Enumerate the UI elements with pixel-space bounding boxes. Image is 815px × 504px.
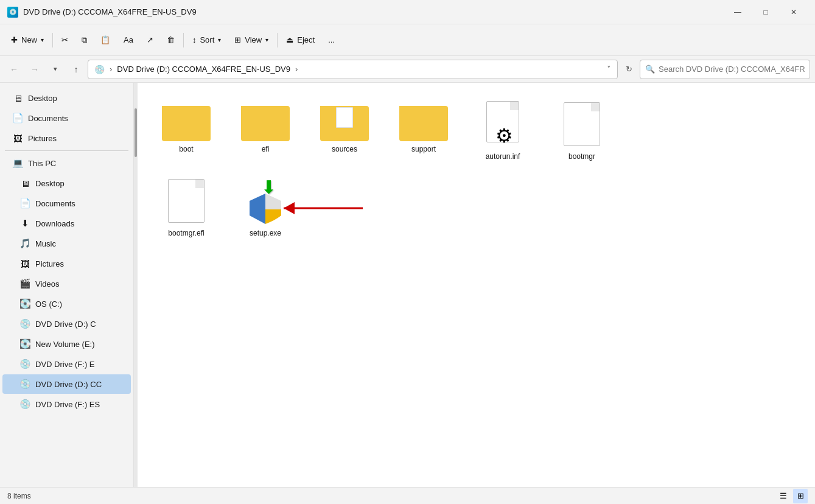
sort-button[interactable]: ↕ Sort ▾: [186, 29, 227, 51]
second-row: bootmgr.efi: [150, 172, 803, 242]
window-controls: — □ ✕: [724, 2, 808, 22]
grid-view-button[interactable]: ⊞: [793, 489, 808, 503]
sidebar: 🖥 Desktop 📄 Documents 🖼 Pictures 💻 This …: [0, 83, 134, 487]
file-item-setup[interactable]: ⬇ setup.exe: [229, 172, 302, 242]
delete-button[interactable]: 🗑: [161, 29, 181, 51]
refresh-button[interactable]: ↻: [620, 61, 637, 78]
sidebar-item-dvd-f-2[interactable]: 💿 DVD Drive (F:) ES: [2, 394, 131, 414]
details-view-button[interactable]: ☰: [776, 489, 791, 503]
folder-icon-efi: [241, 100, 290, 141]
videos-icon: 🎬: [19, 278, 30, 289]
new-volume-icon: 💽: [19, 338, 30, 349]
sidebar-item-documents-pc[interactable]: 📄 Documents: [2, 194, 131, 213]
new-chevron-icon: ▾: [41, 37, 44, 43]
this-pc-icon: 💻: [12, 158, 23, 169]
eject-button[interactable]: ⏏ Eject: [280, 29, 321, 51]
more-icon: ...: [328, 35, 335, 44]
dropdown-button[interactable]: ▾: [46, 60, 65, 79]
eject-icon: ⏏: [286, 35, 293, 44]
sidebar-label: Documents: [28, 114, 68, 123]
file-item-bootmgr[interactable]: bootmgr: [545, 95, 618, 166]
file-item-sources[interactable]: sources: [308, 95, 381, 166]
maximize-button[interactable]: □: [752, 2, 780, 22]
sidebar-item-pictures-quick[interactable]: 🖼 Pictures: [2, 128, 131, 148]
file-name-efi: efi: [262, 145, 270, 153]
sidebar-item-pictures-pc[interactable]: 🖼 Pictures: [2, 254, 131, 273]
sidebar-item-music-pc[interactable]: 🎵 Music: [2, 234, 131, 253]
file-name-setup: setup.exe: [250, 229, 281, 237]
file-item-autorun[interactable]: ⚙ autorun.inf: [466, 95, 539, 166]
details-view-icon: ☰: [780, 491, 787, 500]
file-name-bootmgr: bootmgr: [568, 152, 595, 161]
sort-chevron-icon: ▾: [218, 37, 221, 43]
sidebar-label: OS (C:): [35, 299, 62, 309]
file-name-bootmgr-efi: bootmgr.efi: [168, 229, 204, 237]
new-icon: ✚: [11, 35, 18, 44]
file-item-bootmgr-efi[interactable]: bootmgr.efi: [150, 172, 223, 242]
forward-button[interactable]: →: [26, 60, 44, 79]
address-path: DVD Drive (D:) CCCOMA_X64FRE_EN-US_DV9: [117, 65, 290, 74]
copy-button[interactable]: ⧉: [75, 29, 93, 51]
sidebar-item-new-volume-e[interactable]: 💽 New Volume (E:): [2, 334, 131, 354]
file-name-support: support: [411, 145, 436, 153]
dvd-f-icon: 💿: [19, 359, 30, 369]
sidebar-item-this-pc[interactable]: 💻 This PC: [2, 153, 131, 173]
file-item-support[interactable]: support: [387, 95, 460, 166]
desktop-pc-icon: 🖥: [19, 178, 30, 189]
address-dropdown-icon[interactable]: ˅: [607, 65, 611, 74]
view-button[interactable]: ⊞ View ▾: [228, 29, 275, 51]
status-count: 8 items: [7, 492, 771, 500]
minimize-button[interactable]: —: [724, 2, 752, 22]
copy-icon: ⧉: [82, 35, 87, 45]
rename-button[interactable]: Aa: [117, 29, 139, 51]
sidebar-label: Videos: [35, 279, 60, 289]
sort-label: Sort: [200, 35, 214, 44]
sidebar-item-dvd-d-active[interactable]: 💿 DVD Drive (D:) CC: [2, 374, 131, 394]
paste-button[interactable]: 📋: [94, 29, 116, 51]
toolbar-separator-1: [52, 33, 53, 47]
search-bar[interactable]: 🔍: [640, 60, 810, 79]
file-name-autorun: autorun.inf: [486, 152, 520, 161]
sidebar-label: DVD Drive (D:) C: [35, 320, 96, 329]
up-button[interactable]: ↑: [67, 60, 85, 79]
sidebar-label: This PC: [28, 159, 56, 168]
sidebar-label: Pictures: [35, 259, 64, 268]
sidebar-item-desktop-pc[interactable]: 🖥 Desktop: [2, 173, 131, 193]
sidebar-item-downloads-pc[interactable]: ⬇ Downloads: [2, 214, 131, 233]
back-button[interactable]: ←: [5, 60, 23, 79]
back-icon: ←: [10, 65, 18, 74]
cut-button[interactable]: ✂: [55, 29, 74, 51]
sidebar-item-os-c[interactable]: 💽 OS (C:): [2, 294, 131, 313]
sidebar-scrollbar-thumb[interactable]: [135, 108, 137, 157]
title-bar: 💿 DVD Drive (D:) CCCOMA_X64FRE_EN-US_DV9…: [0, 0, 815, 24]
nav-bar: ← → ▾ ↑ 💿 › DVD Drive (D:) CCCOMA_X64FRE…: [0, 56, 815, 83]
new-button[interactable]: ✚ New ▾: [5, 29, 50, 51]
file-name-boot: boot: [179, 145, 193, 153]
address-bar[interactable]: 💿 › DVD Drive (D:) CCCOMA_X64FRE_EN-US_D…: [88, 60, 618, 79]
file-item-efi[interactable]: efi: [229, 95, 302, 166]
share-icon: ↗: [147, 35, 153, 44]
folder-icon-support: [399, 100, 448, 141]
documents-pc-icon: 📄: [19, 198, 30, 209]
new-label: New: [21, 35, 37, 44]
generic-file-icon-bootmgr-efi: [168, 179, 205, 223]
share-button[interactable]: ↗: [141, 29, 159, 51]
os-icon: 💽: [19, 298, 30, 309]
forward-icon: →: [30, 65, 39, 74]
file-item-boot[interactable]: boot: [150, 95, 223, 166]
sidebar-label: Desktop: [35, 179, 65, 188]
sidebar-item-documents-quick[interactable]: 📄 Documents: [2, 108, 131, 128]
sidebar-label: DVD Drive (F:) E: [35, 360, 95, 369]
close-button[interactable]: ✕: [780, 2, 808, 22]
window-title: DVD Drive (D:) CCCOMA_X64FRE_EN-US_DV9: [23, 7, 724, 16]
sidebar-label: DVD Drive (D:) CC: [35, 380, 102, 389]
sidebar-item-videos-pc[interactable]: 🎬 Videos: [2, 274, 131, 293]
sidebar-item-dvd-d[interactable]: 💿 DVD Drive (D:) C: [2, 314, 131, 334]
search-input[interactable]: [659, 65, 805, 74]
music-icon: 🎵: [19, 238, 30, 249]
file-name-sources: sources: [332, 145, 357, 153]
sidebar-item-dvd-f[interactable]: 💿 DVD Drive (F:) E: [2, 354, 131, 374]
cut-icon: ✂: [61, 35, 68, 44]
more-button[interactable]: ...: [322, 29, 341, 51]
sidebar-item-desktop-quick[interactable]: 🖥 Desktop: [2, 88, 131, 108]
